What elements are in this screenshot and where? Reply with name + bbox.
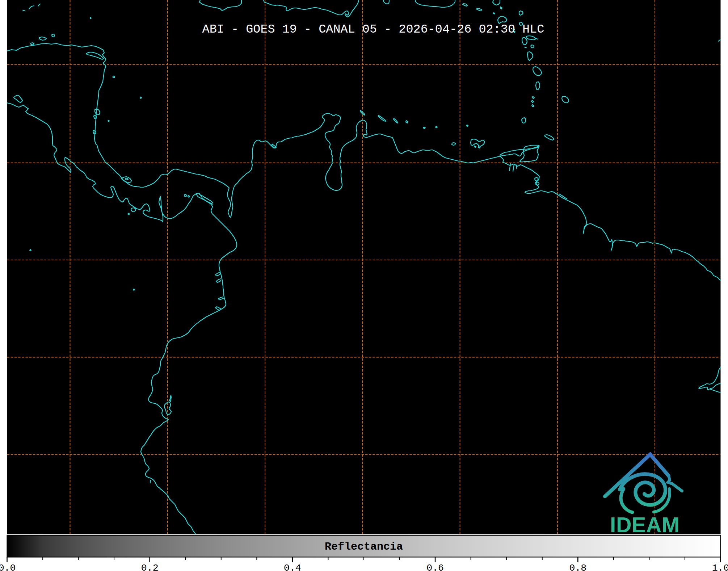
svg-text:0.2: 0.2 [141, 563, 159, 571]
svg-text:ABI - GOES 19 - CANAL 05 - 202: ABI - GOES 19 - CANAL 05 - 2026-04-26 02… [202, 22, 544, 36]
svg-text:0.6: 0.6 [426, 563, 444, 571]
svg-text:Reflectancia: Reflectancia [325, 541, 403, 553]
svg-text:1.0: 1.0 [712, 563, 728, 571]
svg-text:0.8: 0.8 [569, 563, 586, 571]
svg-text:0.0: 0.0 [0, 563, 16, 571]
svg-text:0.4: 0.4 [284, 563, 301, 571]
svg-text:IDEAM: IDEAM [610, 513, 680, 537]
